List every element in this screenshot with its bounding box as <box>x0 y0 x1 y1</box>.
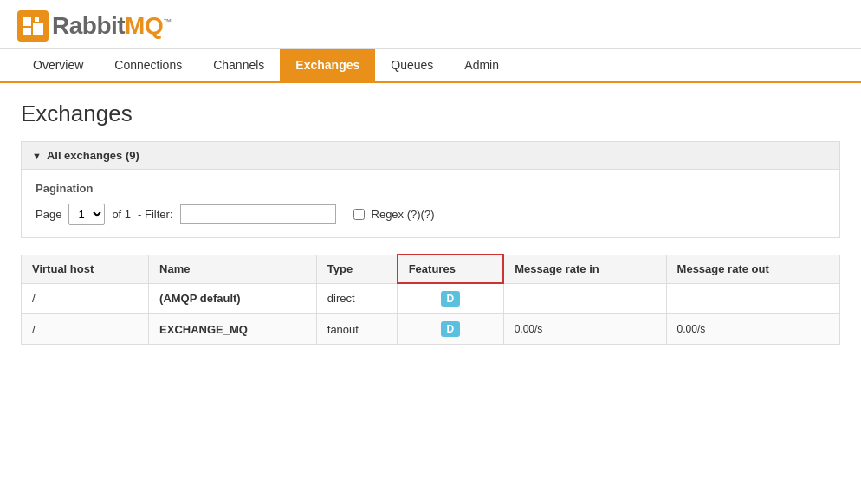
table-row: / EXCHANGE_MQ fanout D 0.00/s 0.00/s <box>22 314 840 345</box>
table-row: / (AMQP default) direct D <box>22 283 840 314</box>
cell-virtual-host: / <box>22 283 149 314</box>
all-exchanges-section[interactable]: ▼ All exchanges (9) <box>21 141 840 170</box>
nav-overview[interactable]: Overview <box>17 49 99 81</box>
rabbitmq-logo-icon <box>17 10 49 42</box>
cell-msg-rate-in: 0.00/s <box>503 314 666 345</box>
page-label: Page <box>36 208 62 221</box>
feature-badge-d: D <box>441 291 461 307</box>
page-title: Exchanges <box>21 100 840 127</box>
cell-name[interactable]: (AMQP default) <box>149 283 317 314</box>
collapse-triangle-icon: ▼ <box>32 151 42 161</box>
filter-label: - Filter: <box>138 208 172 221</box>
cell-type: fanout <box>316 314 397 345</box>
nav-admin[interactable]: Admin <box>449 49 515 81</box>
svg-rect-3 <box>33 23 43 35</box>
th-msg-rate-out: Message rate out <box>666 255 839 283</box>
th-virtual-host: Virtual host <box>22 255 149 283</box>
header: RabbitMQ™ <box>0 0 861 49</box>
main-content: Exchanges ▼ All exchanges (9) Pagination… <box>0 83 861 362</box>
svg-rect-4 <box>35 17 39 22</box>
exchange-name-link[interactable]: EXCHANGE_MQ <box>159 323 248 336</box>
exchanges-table: Virtual host Name Type Features Message … <box>21 254 840 345</box>
of-text: of 1 <box>112 208 131 221</box>
cell-features: D <box>398 283 503 314</box>
svg-rect-1 <box>23 17 31 26</box>
regex-checkbox[interactable] <box>353 209 365 220</box>
table-header-row: Virtual host Name Type Features Message … <box>22 255 840 283</box>
logo: RabbitMQ™ <box>17 10 844 42</box>
pagination-label: Pagination <box>36 182 825 195</box>
nav-exchanges[interactable]: Exchanges <box>280 49 375 81</box>
th-name: Name <box>149 255 317 283</box>
section-label: All exchanges (9) <box>47 149 139 162</box>
logo-text: RabbitMQ™ <box>52 12 172 40</box>
nav-queues[interactable]: Queues <box>375 49 449 81</box>
th-type: Type <box>316 255 397 283</box>
th-msg-rate-in: Message rate in <box>503 255 666 283</box>
cell-msg-rate-out: 0.00/s <box>666 314 839 345</box>
cell-msg-rate-out <box>666 283 839 314</box>
th-features: Features <box>398 255 503 283</box>
regex-label: Regex (?)(?) <box>372 208 435 221</box>
pagination-controls: Page 1 of 1 - Filter: Regex (?)(?) <box>36 204 825 225</box>
exchange-name-link[interactable]: (AMQP default) <box>159 292 241 305</box>
nav-connections[interactable]: Connections <box>99 49 197 81</box>
main-nav: Overview Connections Channels Exchanges … <box>0 49 861 83</box>
page-select[interactable]: 1 <box>68 204 105 225</box>
filter-input[interactable] <box>180 204 336 224</box>
cell-msg-rate-in <box>503 283 666 314</box>
cell-virtual-host: / <box>22 314 149 345</box>
svg-rect-2 <box>23 28 31 35</box>
cell-type: direct <box>316 283 397 314</box>
exchanges-table-wrapper: Virtual host Name Type Features Message … <box>21 254 840 345</box>
nav-channels[interactable]: Channels <box>197 49 280 81</box>
cell-features: D <box>398 314 503 345</box>
feature-badge-d: D <box>441 321 461 337</box>
cell-name[interactable]: EXCHANGE_MQ <box>149 314 317 345</box>
pagination-section: Pagination Page 1 of 1 - Filter: Regex (… <box>21 170 840 238</box>
